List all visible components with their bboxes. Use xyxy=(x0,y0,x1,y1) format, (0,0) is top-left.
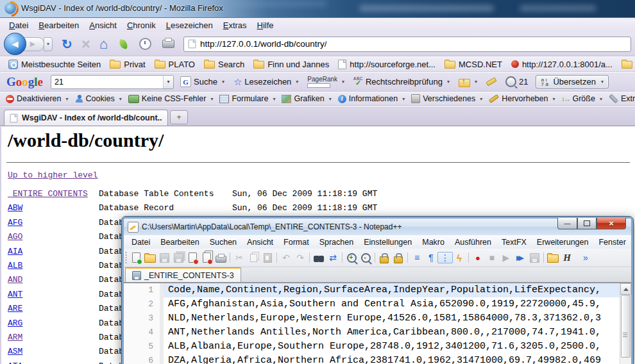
toolbar-button[interactable]: ▶ xyxy=(499,251,513,265)
google-search-value[interactable]: 21 xyxy=(51,78,163,87)
bookmark-item[interactable]: http://127.0.0.1:8001/a... xyxy=(507,60,617,69)
menu-item[interactable]: Einstellungen xyxy=(359,236,417,248)
menu-item[interactable]: Hilfe xyxy=(252,19,279,31)
toolbar-button[interactable] xyxy=(228,251,232,265)
menu-item[interactable]: Sprachen xyxy=(314,236,359,248)
sage-feed-icon[interactable] xyxy=(119,39,128,49)
up-to-higher-level-link[interactable]: Up to higher level xyxy=(8,170,97,180)
back-button[interactable]: ◀ xyxy=(4,33,26,55)
toolbar-button[interactable] xyxy=(546,251,560,265)
toolbar-button[interactable]: ⇄ xyxy=(326,251,340,265)
toolbar-button[interactable]: ⋮ xyxy=(438,251,452,265)
stop-button[interactable]: × xyxy=(81,37,90,52)
editor-area[interactable]: 123456 Code,Name,Continent,Region,Surfac… xyxy=(124,283,631,364)
toolbar-button[interactable]: ≡ xyxy=(410,251,424,265)
menu-item[interactable]: TextFX xyxy=(496,236,532,248)
toolbar-button[interactable]: ✂ xyxy=(232,251,246,265)
devtool-button[interactable]: Keine CSS-Fehler xyxy=(125,94,217,103)
restore-button[interactable] xyxy=(577,218,597,229)
entry-link[interactable]: ARE xyxy=(8,302,22,316)
toolbar-button[interactable] xyxy=(260,251,275,265)
entry-link[interactable]: AND xyxy=(8,273,22,287)
toolbar-button[interactable]: ● xyxy=(471,251,485,265)
toolbar-button[interactable]: ■ xyxy=(485,251,499,265)
menu-item[interactable]: Lesezeichen xyxy=(161,19,218,31)
bookmark-item[interactable]: http://sourceforge.net... xyxy=(334,60,440,69)
devtool-button[interactable]: Hervorheben xyxy=(486,94,558,103)
bookmark-item[interactable]: Search xyxy=(199,60,249,69)
menu-item[interactable]: Makro xyxy=(417,236,450,248)
toolbar-button[interactable] xyxy=(391,251,405,265)
toolbar-button[interactable] xyxy=(275,251,279,265)
bookmark-item[interactable]: MCSD.NET xyxy=(440,60,507,69)
menu-item[interactable]: Datei xyxy=(4,19,33,31)
toolbar-button[interactable] xyxy=(377,251,391,265)
toolbar-button[interactable] xyxy=(373,251,377,265)
devtool-button[interactable]: Deaktivieren xyxy=(3,94,72,103)
toolbar-button[interactable] xyxy=(157,251,171,265)
google-search-button[interactable]: G Suche xyxy=(178,76,227,87)
toolbar-button[interactable] xyxy=(527,251,541,265)
toolbar-button[interactable] xyxy=(246,251,260,265)
toolbar-button[interactable] xyxy=(405,251,410,265)
toolbar-button[interactable]: ↶ xyxy=(279,251,293,265)
highlighter-button[interactable] xyxy=(484,79,499,84)
address-bar[interactable]: http://127.0.0.1/world-db/country/ xyxy=(183,37,631,52)
toolbar-button[interactable] xyxy=(143,251,157,265)
toolbar-button[interactable]: » xyxy=(574,251,588,265)
menu-item[interactable]: Bearbeiten xyxy=(155,236,204,248)
devtool-button[interactable]: Extras xyxy=(605,94,635,103)
entry-link[interactable]: AIA xyxy=(8,245,22,259)
bookmark-item[interactable]: PLATO xyxy=(150,60,199,69)
toolbar-button[interactable]: ↷ xyxy=(293,251,307,265)
bookmark-item[interactable]: Meistbesuchte Seiten xyxy=(4,60,105,69)
bookmark-item[interactable]: Finn und Jannes xyxy=(249,60,334,69)
toolbar-button[interactable] xyxy=(185,251,199,265)
entry-link[interactable]: ASM xyxy=(8,345,22,359)
pagerank-button[interactable]: PageRank xyxy=(305,76,347,88)
entry-link[interactable]: AFG xyxy=(8,216,22,230)
toolbar-button[interactable] xyxy=(312,251,326,265)
entry-link[interactable]: ENTIRE CONTENTS xyxy=(8,187,88,201)
tab-wsgidav[interactable]: WsgiDAV - Index of /world-db/count... xyxy=(4,110,168,126)
home-button[interactable]: ⌂ xyxy=(99,37,108,51)
menu-item[interactable]: Suchen xyxy=(205,236,242,248)
menu-item[interactable]: Ansicht xyxy=(242,236,278,248)
print-icon[interactable] xyxy=(162,40,174,48)
entry-link[interactable]: AGO xyxy=(8,230,22,244)
reload-timer-icon[interactable] xyxy=(139,38,151,50)
scrollbar-thumb[interactable] xyxy=(621,295,631,358)
vertical-scrollbar[interactable] xyxy=(620,283,631,364)
entry-link[interactable]: ABW xyxy=(8,201,22,215)
code-area[interactable]: Code,Name,Continent,Region,SurfaceArea,I… xyxy=(164,283,620,364)
new-tab-button[interactable]: + xyxy=(170,110,188,124)
scroll-up-button[interactable] xyxy=(620,283,631,295)
close-button[interactable]: × xyxy=(597,218,626,229)
menu-item[interactable]: Fenster xyxy=(593,236,631,248)
google-search-box[interactable]: 21 ▾ xyxy=(51,75,174,89)
menu-item[interactable]: Datei xyxy=(126,236,155,248)
menu-item[interactable]: Chronik xyxy=(122,19,161,31)
entry-link[interactable]: ANT xyxy=(8,288,22,302)
toolbar-button[interactable] xyxy=(466,251,471,265)
menu-item[interactable]: Extras xyxy=(218,19,252,31)
toolbar-button[interactable]: ϟ xyxy=(452,251,466,265)
reload-button[interactable]: ↻ xyxy=(62,38,72,51)
toolbar-button[interactable] xyxy=(344,251,359,265)
toolbar-button[interactable] xyxy=(171,251,185,265)
minimize-button[interactable]: — xyxy=(557,218,577,229)
toolbar-button[interactable]: H xyxy=(560,251,574,265)
toolbar-button[interactable] xyxy=(307,251,312,265)
google-search-dropdown[interactable]: ▾ xyxy=(163,76,173,88)
menu-item[interactable]: Ausführen xyxy=(450,236,496,248)
menu-item[interactable]: Bearbeiten xyxy=(33,19,84,31)
menu-item[interactable]: Erweiterungen xyxy=(532,236,594,248)
toolbar-button[interactable] xyxy=(541,251,546,265)
spellcheck-button[interactable]: ABC ✓ Rechtschreibprüfung xyxy=(351,77,452,87)
url-text[interactable]: http://127.0.0.1/world-db/country/ xyxy=(200,39,326,49)
menu-item[interactable]: ? xyxy=(631,236,635,248)
entry-link[interactable]: ALB xyxy=(8,259,22,273)
devtool-button[interactable]: Cookies xyxy=(72,94,125,103)
history-dropdown[interactable]: ▾ xyxy=(44,37,53,51)
menu-item[interactable]: Ansicht xyxy=(84,19,122,31)
